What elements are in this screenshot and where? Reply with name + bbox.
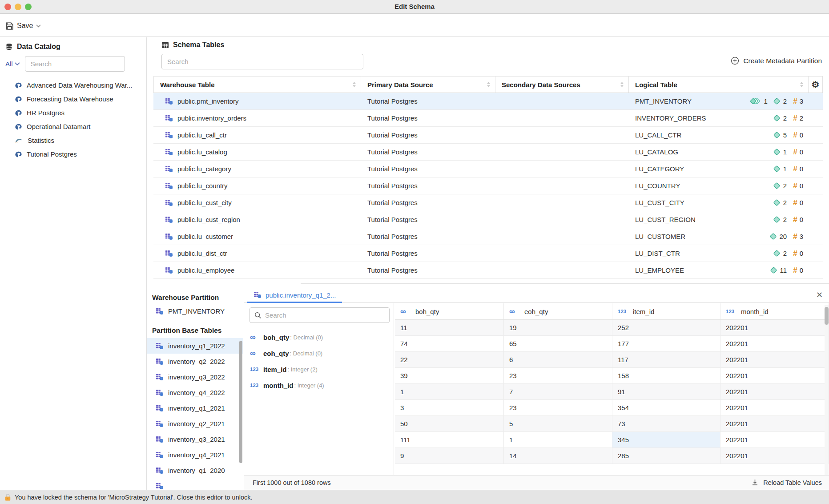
data-cell[interactable]: 252 <box>612 320 720 336</box>
data-cell[interactable]: 202201 <box>720 448 829 464</box>
reload-table-values-button[interactable]: Reload Table Values <box>751 479 822 486</box>
data-cell[interactable]: 202201 <box>720 320 829 336</box>
column-list-item[interactable]: ∞boh_qty: Decimal (0) <box>244 329 394 345</box>
chevron-down-icon[interactable] <box>36 24 41 28</box>
data-cell[interactable]: 23 <box>504 368 612 384</box>
data-cell[interactable]: 5 <box>504 416 612 432</box>
data-cell[interactable]: 91 <box>612 384 720 400</box>
column-list-item[interactable]: 123month_id: Integer (4) <box>244 377 394 393</box>
schema-table-row[interactable]: public.lu_cust_regionTutorial PostgresLU… <box>153 211 823 228</box>
sidebar-database-item[interactable]: HR Postgres <box>0 106 147 120</box>
base-table-item[interactable]: inventory_q4_2021 <box>147 447 243 463</box>
data-cell[interactable]: 202201 <box>720 352 829 368</box>
data-cell[interactable]: 39 <box>395 368 504 384</box>
data-cell[interactable]: 65 <box>504 336 612 352</box>
base-table-item[interactable]: inventory_q3_2022 <box>147 369 243 385</box>
warehouse-table-name: public.inventory_orders <box>177 114 246 122</box>
sidebar-database-item[interactable]: Forecasting Data Warehouse <box>0 92 147 106</box>
data-cell[interactable]: 73 <box>612 416 720 432</box>
filter-dropdown[interactable]: All <box>5 60 20 68</box>
data-cell[interactable]: 23 <box>504 400 612 416</box>
schema-table-row[interactable]: public.lu_call_ctrTutorial PostgresLU_CA… <box>153 127 823 144</box>
column-list-item[interactable]: ∞eoh_qty: Decimal (0) <box>244 345 394 361</box>
data-cell[interactable]: 3 <box>395 400 504 416</box>
sidebar-database-item[interactable]: Statistics <box>0 133 147 147</box>
column-header-logical-table[interactable]: Logical Table <box>629 77 809 93</box>
save-button[interactable]: Save <box>5 20 41 32</box>
data-cell[interactable]: 202201 <box>720 416 829 432</box>
data-cell[interactable]: 7 <box>504 384 612 400</box>
column-header-secondary-data-sources[interactable]: Secondary Data Sources <box>495 77 629 93</box>
schema-table-row[interactable]: public.lu_dist_ctrTutorial PostgresLU_DI… <box>153 245 823 262</box>
column-list-item[interactable]: 123item_id: Integer (2) <box>244 361 394 377</box>
data-cell[interactable]: 345 <box>612 432 720 448</box>
data-column-header-month_id[interactable]: 123month_id <box>720 303 829 319</box>
schema-table-row[interactable]: public.lu_customerTutorial PostgresLU_CU… <box>153 228 823 245</box>
column-header-warehouse-table[interactable]: Warehouse Table <box>153 77 361 93</box>
schema-table-row[interactable]: public.lu_categoryTutorial PostgresLU_CA… <box>153 161 823 177</box>
base-table-item[interactable]: inventory_q3_2021 <box>147 431 243 447</box>
data-cell[interactable]: 202201 <box>720 400 829 416</box>
base-table-item[interactable]: inventory_q2_2022 <box>147 354 243 369</box>
data-column-header-item_id[interactable]: 123item_id <box>612 303 720 319</box>
sidebar-database-item[interactable]: Tutorial Postgres <box>0 147 147 161</box>
schema-table-row[interactable]: public.inventory_ordersTutorial Postgres… <box>153 110 823 127</box>
schema-table-row[interactable]: public.pmt_inventoryTutorial PostgresPMT… <box>153 93 823 110</box>
sort-icon[interactable] <box>800 81 804 88</box>
sort-icon[interactable] <box>487 81 491 88</box>
sidebar-database-item[interactable]: Operational Datamart <box>0 120 147 133</box>
create-metadata-partition-button[interactable]: Create Metadata Partition <box>731 56 822 65</box>
data-cell[interactable]: 74 <box>395 336 504 352</box>
schema-table-row[interactable]: public.lu_countryTutorial PostgresLU_COU… <box>153 177 823 194</box>
data-cell[interactable]: 285 <box>612 448 720 464</box>
base-table-item[interactable]: inventory_q4_2022 <box>147 385 243 400</box>
schema-table-row[interactable]: public.lu_cust_cityTutorial PostgresLU_C… <box>153 194 823 211</box>
gear-icon[interactable]: ⚙ <box>809 77 823 93</box>
sidebar-database-item[interactable]: Advanced Data Warehousing War... <box>0 78 147 92</box>
data-cell[interactable]: 158 <box>612 368 720 384</box>
schema-search-input[interactable] <box>161 54 363 69</box>
base-table-item[interactable]: inventory_q1_2020 <box>147 463 243 478</box>
data-cell[interactable]: 111 <box>395 432 504 448</box>
catalog-search-input[interactable] <box>25 56 125 72</box>
base-table-item[interactable]: inventory_q1_2021 <box>147 400 243 416</box>
fact-hash-icon: # <box>793 249 797 258</box>
integer-type-icon: 123 <box>250 383 258 388</box>
data-cell[interactable]: 202201 <box>720 368 829 384</box>
sort-icon[interactable] <box>352 81 356 88</box>
schema-table-row[interactable]: public.lu_catalogTutorial PostgresLU_CAT… <box>153 144 823 161</box>
partition-table-item[interactable]: PMT_INVENTORY <box>156 307 225 315</box>
data-column-header-boh_qty[interactable]: ∞boh_qty <box>395 303 504 319</box>
close-icon[interactable]: ✕ <box>816 290 823 300</box>
data-cell[interactable]: 14 <box>504 448 612 464</box>
column-search-input[interactable] <box>250 307 390 323</box>
base-table-item[interactable]: inventory_q1_2022 <box>147 338 243 354</box>
data-cell[interactable]: 22 <box>395 352 504 368</box>
data-table-vscrollbar-thumb[interactable] <box>825 307 829 325</box>
data-cell[interactable]: 202201 <box>720 336 829 352</box>
data-cell[interactable]: 11 <box>395 320 504 336</box>
tab-inventory-q1-2022[interactable]: public.inventory_q1_2... <box>247 288 342 303</box>
data-cell[interactable]: 9 <box>395 448 504 464</box>
sort-icon[interactable] <box>620 81 624 88</box>
data-cell[interactable]: 202201 <box>720 432 829 448</box>
schema-table-row[interactable]: public.lu_employeeTutorial PostgresLU_EM… <box>153 262 823 279</box>
logical-table-name: PMT_INVENTORY <box>635 97 692 105</box>
column-header-primary-data-source[interactable]: Primary Data Source <box>361 77 495 93</box>
base-table-item[interactable]: inventory_q2_2021 <box>147 416 243 431</box>
data-cell[interactable]: 6 <box>504 352 612 368</box>
filter-dropdown-value: All <box>5 60 13 68</box>
data-cell[interactable]: 1 <box>504 432 612 448</box>
data-cell[interactable]: 354 <box>612 400 720 416</box>
data-cell[interactable]: 50 <box>395 416 504 432</box>
data-table-vscrollbar[interactable] <box>825 305 829 475</box>
base-tables-scrollbar-thumb[interactable] <box>239 341 242 463</box>
database-label: Advanced Data Warehousing War... <box>27 81 132 89</box>
data-cell[interactable]: 202201 <box>720 384 829 400</box>
data-column-header-eoh_qty[interactable]: ∞eoh_qty <box>504 303 612 319</box>
data-cell[interactable]: 117 <box>612 352 720 368</box>
data-cell[interactable]: 177 <box>612 336 720 352</box>
base-table-item-partial[interactable] <box>147 478 243 490</box>
data-cell[interactable]: 19 <box>504 320 612 336</box>
data-cell[interactable]: 1 <box>395 384 504 400</box>
